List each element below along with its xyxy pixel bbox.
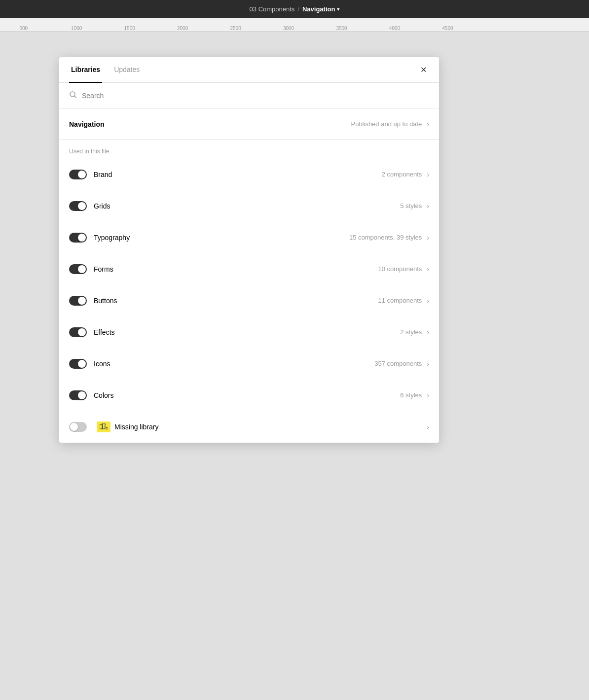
library-name-typography: Typography (94, 234, 349, 242)
library-name-grids: Grids (94, 202, 400, 210)
navigation-library-chevron-icon: › (427, 120, 429, 128)
used-in-file-label: Used in this file (59, 140, 439, 159)
library-meta-effects: 2 styles (400, 328, 422, 336)
library-chevron-missing: › (427, 423, 429, 431)
library-item-icons[interactable]: Icons 357 components › (59, 348, 439, 380)
ruler-tick-1500: 1500 (124, 26, 135, 31)
library-name-missing: Missing library (114, 423, 158, 431)
navigation-library-name: Navigation (69, 120, 351, 128)
toggle-knob-buttons (78, 297, 86, 305)
toggle-missing[interactable] (69, 422, 87, 432)
library-chevron-brand: › (427, 171, 429, 178)
svg-text:?: ? (106, 426, 108, 430)
navigation-library-status: Published and up to date (351, 120, 422, 128)
library-meta-colors: 6 styles (400, 391, 422, 399)
ruler-tick-500: 500 (19, 26, 28, 31)
toggle-knob-typography (78, 234, 86, 242)
toggle-icons[interactable] (69, 359, 87, 369)
top-bar: 03 Components / Navigation ▾ (0, 0, 589, 18)
toggle-knob-brand (78, 171, 86, 178)
missing-library-icon-wrap: ? Missing library (94, 421, 422, 432)
library-name-brand: Brand (94, 171, 382, 178)
library-name-effects: Effects (94, 328, 400, 336)
library-chevron-typography: › (427, 234, 429, 242)
library-chevron-effects: › (427, 328, 429, 336)
tab-updates[interactable]: Updates (112, 57, 142, 83)
toggle-colors[interactable] (69, 390, 87, 400)
toggle-forms[interactable] (69, 264, 87, 274)
svg-line-1 (74, 96, 76, 98)
toggle-knob-grids (78, 202, 86, 210)
search-icon (69, 91, 77, 101)
library-item-colors[interactable]: Colors 6 styles › (59, 380, 439, 411)
ruler-tick-3000: 3000 (283, 26, 294, 31)
tab-libraries[interactable]: Libraries (69, 57, 102, 83)
missing-library-icon: ? (97, 421, 110, 432)
library-item-effects[interactable]: Effects 2 styles › (59, 316, 439, 348)
library-item-typography[interactable]: Typography 15 components, 39 styles › (59, 222, 439, 253)
library-name-forms: Forms (94, 265, 378, 273)
ruler: 500 1000 1500 2000 2500 3000 3500 4000 4… (0, 18, 589, 32)
search-input[interactable] (82, 92, 429, 100)
panel-header: Libraries Updates ✕ (59, 57, 439, 83)
library-item-grids[interactable]: Grids 5 styles › (59, 190, 439, 222)
library-meta-forms: 10 components (378, 265, 422, 273)
toggle-brand[interactable] (69, 170, 87, 179)
breadcrumb: 03 Components / Navigation ▾ (250, 5, 340, 13)
library-name-icons: Icons (94, 360, 374, 368)
ruler-tick-2500: 2500 (230, 26, 241, 31)
ruler-tick-4000: 4000 (389, 26, 400, 31)
library-item-missing[interactable]: ? Missing library › (59, 411, 439, 443)
library-item-forms[interactable]: Forms 10 components › (59, 253, 439, 285)
breadcrumb-prefix: 03 Components (250, 5, 295, 13)
breadcrumb-chevron-icon: ▾ (337, 6, 339, 12)
toggle-knob-forms (78, 265, 86, 273)
close-button[interactable]: ✕ (417, 64, 429, 76)
canvas-area: Libraries Updates ✕ Navigation Published… (0, 32, 589, 700)
library-item-brand[interactable]: Brand 2 components › (59, 159, 439, 190)
library-chevron-forms: › (427, 265, 429, 273)
library-meta-icons: 357 components (374, 360, 422, 367)
toggle-buttons[interactable] (69, 296, 87, 306)
breadcrumb-separator: / (297, 5, 299, 13)
breadcrumb-current[interactable]: Navigation ▾ (302, 5, 339, 13)
library-chevron-grids: › (427, 202, 429, 210)
toggle-typography[interactable] (69, 233, 87, 243)
library-meta-buttons: 11 components (378, 297, 422, 304)
toggle-knob-colors (78, 391, 86, 399)
library-name-buttons: Buttons (94, 297, 378, 305)
ruler-tick-4500: 4500 (442, 26, 453, 31)
libraries-panel: Libraries Updates ✕ Navigation Published… (59, 57, 439, 443)
library-meta-brand: 2 components (382, 171, 422, 178)
toggle-knob-missing (70, 423, 78, 431)
library-chevron-icons: › (427, 360, 429, 368)
toggle-effects[interactable] (69, 327, 87, 337)
ruler-tick-3500: 3500 (336, 26, 347, 31)
library-chevron-colors: › (427, 391, 429, 399)
library-item-buttons[interactable]: Buttons 11 components › (59, 285, 439, 316)
ruler-tick-2000: 2000 (177, 26, 188, 31)
toggle-grids[interactable] (69, 201, 87, 211)
toggle-knob-effects (78, 328, 86, 336)
library-chevron-buttons: › (427, 297, 429, 305)
library-meta-grids: 5 styles (400, 202, 422, 210)
breadcrumb-current-label: Navigation (302, 5, 335, 13)
search-bar (59, 83, 439, 108)
toggle-knob-icons (78, 360, 86, 368)
navigation-library-item[interactable]: Navigation Published and up to date › (59, 108, 439, 140)
library-name-colors: Colors (94, 391, 400, 399)
library-meta-typography: 15 components, 39 styles (349, 234, 422, 241)
ruler-tick-1000: 1000 (71, 26, 82, 31)
